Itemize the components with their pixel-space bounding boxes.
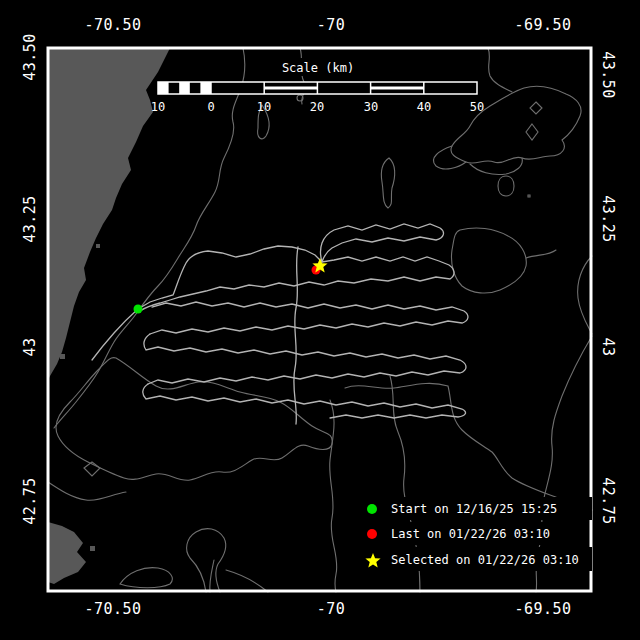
latitude-label-left: 42.75 xyxy=(21,477,39,525)
legend-last-label: Last on 01/22/26 03:10 xyxy=(391,527,550,541)
bathymetry-contour xyxy=(526,250,556,258)
bathymetry-contour xyxy=(48,482,126,500)
longitude-label-top: -70 xyxy=(317,16,346,34)
longitude-label-top: -70.50 xyxy=(84,16,141,34)
drifter-track[interactable] xyxy=(294,247,298,424)
legend-start-label: Start on 12/16/25 15:25 xyxy=(391,502,557,516)
scale-tick-label: 40 xyxy=(417,100,431,114)
scale-bar-stripe xyxy=(264,87,317,90)
scale-bar-stripe xyxy=(371,87,424,90)
bathymetry-contour xyxy=(498,176,514,196)
island-speck xyxy=(96,244,100,248)
scale-bar-segment xyxy=(158,82,169,94)
drifter-track[interactable] xyxy=(143,384,466,418)
bathymetry-contour xyxy=(56,358,332,481)
legend-selected-label: Selected on 01/22/26 03:10 xyxy=(391,553,579,567)
scale-title: Scale (km) xyxy=(282,61,354,75)
drifter-track[interactable] xyxy=(138,246,454,311)
start-marker-dot[interactable] xyxy=(134,305,143,314)
latitude-label-left: 43.25 xyxy=(21,195,39,243)
bathymetry-contour xyxy=(210,560,214,592)
bathymetry-contour xyxy=(528,195,530,197)
scale-tick-label: 0 xyxy=(207,100,214,114)
legend-last-dot xyxy=(367,529,377,539)
drifter-track[interactable] xyxy=(150,302,468,334)
latitude-label-right: 42.75 xyxy=(599,477,617,525)
bathymetry-contour xyxy=(345,383,592,510)
latitude-label-right: 43 xyxy=(599,337,617,356)
bathymetry-contour xyxy=(488,48,512,92)
mainland-coast xyxy=(48,48,170,380)
latitude-label-right: 43.50 xyxy=(599,51,617,99)
bathymetry-contour xyxy=(530,102,542,114)
bathymetry-contour xyxy=(381,158,394,208)
longitude-label-bottom: -69.50 xyxy=(514,600,571,618)
island-speck xyxy=(90,546,95,551)
bathymetry-contour xyxy=(451,228,526,293)
map-canvas[interactable]: Scale (km) 10 0 10 20 30 40 50 -70.50 -7… xyxy=(0,0,640,640)
bathymetry-contour xyxy=(187,529,226,592)
legend-start-dot xyxy=(367,504,377,514)
bathymetry-contour xyxy=(226,570,268,592)
latitude-label-right: 43.25 xyxy=(599,195,617,243)
scale-bar-segment xyxy=(179,82,190,94)
scale-tick-label: 20 xyxy=(310,100,324,114)
longitude-label-bottom: -70.50 xyxy=(84,600,141,618)
latitude-label-left: 43 xyxy=(21,337,39,356)
scale-tick-label: 10 xyxy=(257,100,271,114)
drifter-track-map-plot: Scale (km) 10 0 10 20 30 40 50 -70.50 -7… xyxy=(0,0,640,640)
scale-tick-label: 10 xyxy=(151,100,165,114)
scale-bar-segment xyxy=(200,82,211,94)
island-speck xyxy=(60,354,65,359)
island-landmass xyxy=(48,522,86,584)
drifter-track[interactable] xyxy=(144,334,466,384)
bathymetry-contour xyxy=(433,146,466,169)
drifter-track[interactable] xyxy=(92,309,138,360)
bathymetry-contour xyxy=(451,86,581,163)
longitude-label-top: -69.50 xyxy=(514,16,571,34)
legend: Start on 12/16/25 15:25 Last on 01/22/26… xyxy=(356,497,592,571)
scale-tick-label: 30 xyxy=(364,100,378,114)
drifter-track[interactable] xyxy=(321,224,444,262)
scale-bar: Scale (km) 10 0 10 20 30 40 50 xyxy=(151,58,484,114)
track-layer xyxy=(92,224,468,424)
land-layer xyxy=(48,48,170,584)
scale-tick-label: 50 xyxy=(470,100,484,114)
latitude-label-left: 43.50 xyxy=(21,33,39,81)
bathymetry-contour xyxy=(526,124,538,140)
island-speck xyxy=(120,116,124,120)
bathymetry-contour xyxy=(470,158,522,175)
bathymetry-contour xyxy=(120,568,172,588)
bathymetry-contour xyxy=(330,400,337,592)
longitude-label-bottom: -70 xyxy=(317,600,346,618)
